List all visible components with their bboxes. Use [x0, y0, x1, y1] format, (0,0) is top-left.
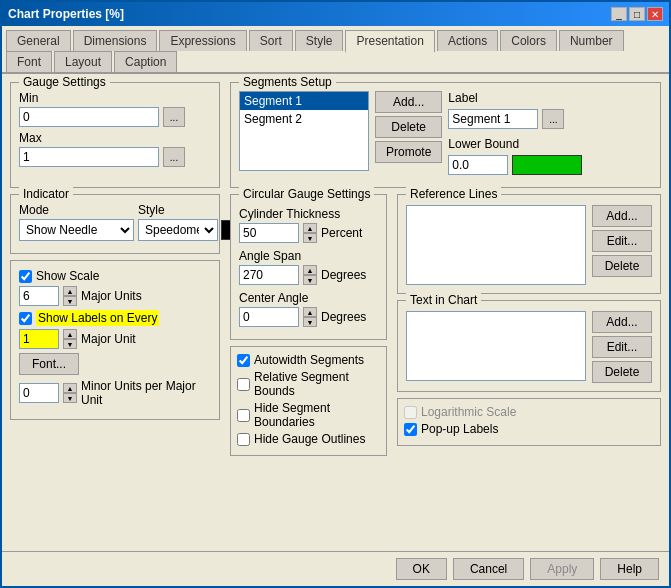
cylinder-thickness-down[interactable]: ▼: [303, 233, 317, 243]
major-unit-up[interactable]: ▲: [63, 329, 77, 339]
segments-add-button[interactable]: Add...: [375, 91, 442, 113]
segment-label-dots[interactable]: ...: [542, 109, 564, 129]
min-row: ...: [19, 107, 211, 127]
minor-units-input[interactable]: [19, 383, 59, 403]
max-input[interactable]: [19, 147, 159, 167]
scale-group: Show Scale ▲ ▼ Major Units Show Labels o…: [10, 260, 220, 420]
min-dots-button[interactable]: ...: [163, 107, 185, 127]
middle-column: Circular Gauge Settings Cylinder Thickne…: [230, 194, 387, 456]
lower-bound-row: [448, 155, 582, 175]
segments-promote-button[interactable]: Promote: [375, 141, 442, 163]
minor-units-spin: ▲ ▼: [63, 383, 77, 403]
show-labels-row: Show Labels on Every: [19, 310, 211, 326]
major-units-down[interactable]: ▼: [63, 296, 77, 306]
cancel-button[interactable]: Cancel: [453, 558, 524, 580]
relative-row: Relative Segment Bounds: [237, 370, 380, 398]
hide-outlines-checkbox[interactable]: [237, 433, 250, 446]
relative-checkbox[interactable]: [237, 378, 250, 391]
major-unit-input[interactable]: [19, 329, 59, 349]
tab-expressions[interactable]: Expressions: [159, 30, 246, 51]
tab-bar: General Dimensions Expressions Sort Styl…: [2, 26, 669, 74]
major-unit-spin: ▲ ▼: [63, 329, 77, 349]
mode-dropdown[interactable]: Show Needle Show Bar Traffic Lights: [19, 219, 134, 241]
main-content: Gauge Settings Min ... Max ... Segments …: [2, 74, 669, 464]
major-units-spin: ▲ ▼: [63, 286, 77, 306]
center-angle-label: Center Angle: [239, 291, 378, 305]
font-button[interactable]: Font...: [19, 353, 79, 375]
min-input[interactable]: [19, 107, 159, 127]
segments-buttons: Add... Delete Promote: [375, 91, 442, 179]
center-angle-down[interactable]: ▼: [303, 317, 317, 327]
maximize-button[interactable]: □: [629, 7, 645, 21]
angle-span-up[interactable]: ▲: [303, 265, 317, 275]
bottom-bar: OK Cancel Apply Help: [2, 551, 669, 586]
center-angle-unit-label: Degrees: [321, 310, 366, 324]
ref-edit-button[interactable]: Edit...: [592, 230, 652, 252]
list-item[interactable]: Segment 1: [240, 92, 368, 110]
list-item[interactable]: Segment 2: [240, 110, 368, 128]
tab-actions[interactable]: Actions: [437, 30, 498, 51]
cylinder-thickness-input[interactable]: [239, 223, 299, 243]
hide-boundaries-checkbox[interactable]: [237, 409, 250, 422]
segment-detail: Label ... Lower Bound: [448, 91, 582, 179]
popup-checkbox[interactable]: [404, 423, 417, 436]
text-in-chart-label: Text in Chart: [406, 293, 481, 307]
major-unit-down[interactable]: ▼: [63, 339, 77, 349]
tab-caption[interactable]: Caption: [114, 51, 177, 72]
logarithmic-label: Logarithmic Scale: [421, 405, 516, 419]
tab-general[interactable]: General: [6, 30, 71, 51]
minimize-button[interactable]: _: [611, 7, 627, 21]
hide-boundaries-label: Hide Segment Boundaries: [254, 401, 380, 429]
logarithmic-row: Logarithmic Scale: [404, 405, 654, 419]
text-add-button[interactable]: Add...: [592, 311, 652, 333]
ref-delete-button[interactable]: Delete: [592, 255, 652, 277]
center-angle-spin: ▲ ▼: [303, 307, 317, 327]
apply-button[interactable]: Apply: [530, 558, 594, 580]
major-units-label: Major Units: [81, 289, 142, 303]
text-edit-button[interactable]: Edit...: [592, 336, 652, 358]
tab-sort[interactable]: Sort: [249, 30, 293, 51]
style-dropdown[interactable]: Speedometer Clock: [138, 219, 218, 241]
segment-label-input[interactable]: [448, 109, 538, 129]
center-angle-input[interactable]: [239, 307, 299, 327]
ok-button[interactable]: OK: [396, 558, 447, 580]
tab-number[interactable]: Number: [559, 30, 624, 51]
major-units-input[interactable]: [19, 286, 59, 306]
tab-style[interactable]: Style: [295, 30, 344, 51]
segment-label-row: ...: [448, 109, 582, 129]
angle-span-unit-label: Degrees: [321, 268, 366, 282]
color-swatch-green[interactable]: [512, 155, 582, 175]
help-button[interactable]: Help: [600, 558, 659, 580]
cylinder-thickness-up[interactable]: ▲: [303, 223, 317, 233]
minor-units-down[interactable]: ▼: [63, 393, 77, 403]
tab-presentation[interactable]: Presentation: [345, 30, 434, 53]
ref-add-button[interactable]: Add...: [592, 205, 652, 227]
circular-gauge-group: Circular Gauge Settings Cylinder Thickne…: [230, 194, 387, 340]
middle-row: Indicator Mode Show Needle Show Bar Traf…: [10, 194, 661, 456]
angle-span-input[interactable]: [239, 265, 299, 285]
tab-font[interactable]: Font: [6, 51, 52, 72]
segments-delete-button[interactable]: Delete: [375, 116, 442, 138]
close-button[interactable]: ✕: [647, 7, 663, 21]
tab-colors[interactable]: Colors: [500, 30, 557, 51]
reference-lines-content: Add... Edit... Delete: [406, 205, 652, 285]
tab-layout[interactable]: Layout: [54, 51, 112, 72]
angle-span-down[interactable]: ▼: [303, 275, 317, 285]
major-units-up[interactable]: ▲: [63, 286, 77, 296]
tab-dimensions[interactable]: Dimensions: [73, 30, 158, 51]
show-scale-checkbox[interactable]: [19, 270, 32, 283]
segments-listbox[interactable]: Segment 1 Segment 2: [239, 91, 369, 171]
autowidth-checkbox[interactable]: [237, 354, 250, 367]
minor-units-up[interactable]: ▲: [63, 383, 77, 393]
lower-bound-input[interactable]: [448, 155, 508, 175]
segments-setup-label: Segments Setup: [239, 75, 336, 89]
max-dots-button[interactable]: ...: [163, 147, 185, 167]
reference-lines-buttons: Add... Edit... Delete: [592, 205, 652, 285]
max-label: Max: [19, 131, 211, 145]
options-left-group: Autowidth Segments Relative Segment Boun…: [230, 346, 387, 456]
show-labels-checkbox[interactable]: [19, 312, 32, 325]
center-angle-up[interactable]: ▲: [303, 307, 317, 317]
circular-gauge-label: Circular Gauge Settings: [239, 187, 374, 201]
logarithmic-checkbox[interactable]: [404, 406, 417, 419]
text-delete-button[interactable]: Delete: [592, 361, 652, 383]
